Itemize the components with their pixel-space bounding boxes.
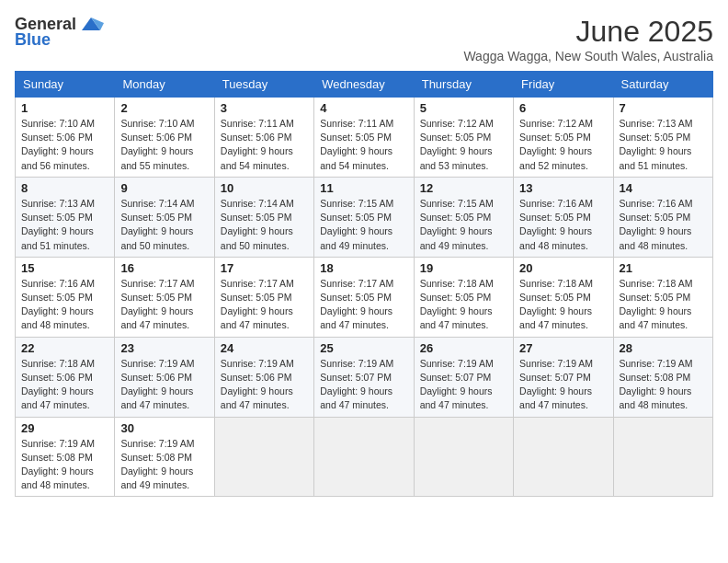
day-number: 17 (221, 261, 308, 275)
day-number: 5 (420, 101, 507, 115)
day-number: 1 (21, 101, 108, 115)
day-info: Sunrise: 7:17 AMSunset: 5:05 PMDaylight:… (120, 277, 208, 333)
day-number: 26 (420, 341, 507, 355)
day-info: Sunrise: 7:18 AMSunset: 5:05 PMDaylight:… (620, 277, 707, 333)
calendar-cell: 3Sunrise: 7:11 AMSunset: 5:06 PMDaylight… (214, 98, 313, 178)
day-number: 22 (21, 341, 108, 355)
day-info: Sunrise: 7:10 AMSunset: 5:06 PMDaylight:… (120, 117, 208, 173)
calendar-cell: 11Sunrise: 7:15 AMSunset: 5:05 PMDayligh… (314, 177, 414, 257)
day-info: Sunrise: 7:13 AMSunset: 5:05 PMDaylight:… (21, 197, 108, 253)
day-number: 15 (21, 261, 108, 275)
day-number: 23 (120, 341, 208, 355)
col-friday: Friday (514, 72, 613, 98)
day-number: 3 (221, 101, 308, 115)
page-header: General Blue June 2025 Wagga Wagga, New … (15, 15, 713, 63)
day-info: Sunrise: 7:14 AMSunset: 5:05 PMDaylight:… (120, 197, 208, 253)
day-info: Sunrise: 7:11 AMSunset: 5:05 PMDaylight:… (320, 117, 407, 173)
calendar-cell: 17Sunrise: 7:17 AMSunset: 5:05 PMDayligh… (214, 257, 313, 337)
calendar-cell: 9Sunrise: 7:14 AMSunset: 5:05 PMDaylight… (115, 177, 214, 257)
day-number: 9 (120, 181, 208, 195)
calendar-cell (414, 417, 513, 497)
calendar-cell: 15Sunrise: 7:16 AMSunset: 5:05 PMDayligh… (16, 257, 115, 337)
day-number: 29 (21, 421, 108, 435)
day-info: Sunrise: 7:18 AMSunset: 5:06 PMDaylight:… (21, 357, 108, 413)
day-info: Sunrise: 7:19 AMSunset: 5:07 PMDaylight:… (420, 357, 507, 413)
day-number: 14 (620, 181, 707, 195)
calendar-week-row: 29Sunrise: 7:19 AMSunset: 5:08 PMDayligh… (16, 417, 713, 497)
day-info: Sunrise: 7:13 AMSunset: 5:05 PMDaylight:… (620, 117, 707, 173)
col-saturday: Saturday (613, 72, 712, 98)
calendar-cell: 16Sunrise: 7:17 AMSunset: 5:05 PMDayligh… (115, 257, 214, 337)
day-number: 25 (320, 341, 407, 355)
day-info: Sunrise: 7:16 AMSunset: 5:05 PMDaylight:… (620, 197, 707, 253)
day-info: Sunrise: 7:16 AMSunset: 5:05 PMDaylight:… (519, 197, 607, 253)
day-info: Sunrise: 7:15 AMSunset: 5:05 PMDaylight:… (320, 197, 407, 253)
day-info: Sunrise: 7:19 AMSunset: 5:08 PMDaylight:… (21, 437, 108, 493)
calendar-cell: 20Sunrise: 7:18 AMSunset: 5:05 PMDayligh… (514, 257, 613, 337)
col-monday: Monday (115, 72, 214, 98)
calendar-cell: 18Sunrise: 7:17 AMSunset: 5:05 PMDayligh… (314, 257, 414, 337)
logo: General Blue (15, 15, 104, 50)
col-tuesday: Tuesday (214, 72, 313, 98)
day-info: Sunrise: 7:19 AMSunset: 5:08 PMDaylight:… (620, 357, 707, 413)
calendar-cell: 28Sunrise: 7:19 AMSunset: 5:08 PMDayligh… (613, 337, 712, 417)
day-number: 27 (519, 341, 607, 355)
calendar-cell: 30Sunrise: 7:19 AMSunset: 5:08 PMDayligh… (115, 417, 214, 497)
calendar-cell: 29Sunrise: 7:19 AMSunset: 5:08 PMDayligh… (16, 417, 115, 497)
day-number: 21 (620, 261, 707, 275)
calendar-week-row: 22Sunrise: 7:18 AMSunset: 5:06 PMDayligh… (16, 337, 713, 417)
calendar-cell: 7Sunrise: 7:13 AMSunset: 5:05 PMDaylight… (613, 98, 712, 178)
calendar-header-row: Sunday Monday Tuesday Wednesday Thursday… (16, 72, 713, 98)
day-info: Sunrise: 7:19 AMSunset: 5:07 PMDaylight:… (519, 357, 607, 413)
day-info: Sunrise: 7:19 AMSunset: 5:08 PMDaylight:… (120, 437, 208, 493)
calendar-cell: 4Sunrise: 7:11 AMSunset: 5:05 PMDaylight… (314, 98, 414, 178)
day-number: 4 (320, 101, 407, 115)
day-number: 20 (519, 261, 607, 275)
day-info: Sunrise: 7:18 AMSunset: 5:05 PMDaylight:… (420, 277, 507, 333)
calendar-cell (214, 417, 313, 497)
calendar-cell (613, 417, 712, 497)
calendar-cell: 21Sunrise: 7:18 AMSunset: 5:05 PMDayligh… (613, 257, 712, 337)
calendar-cell: 23Sunrise: 7:19 AMSunset: 5:06 PMDayligh… (115, 337, 214, 417)
day-number: 30 (120, 421, 208, 435)
calendar-week-row: 1Sunrise: 7:10 AMSunset: 5:06 PMDaylight… (16, 98, 713, 178)
calendar-cell: 1Sunrise: 7:10 AMSunset: 5:06 PMDaylight… (16, 98, 115, 178)
day-number: 19 (420, 261, 507, 275)
calendar-cell: 14Sunrise: 7:16 AMSunset: 5:05 PMDayligh… (613, 177, 712, 257)
calendar-table: Sunday Monday Tuesday Wednesday Thursday… (15, 71, 713, 497)
day-number: 10 (221, 181, 308, 195)
month-year: June 2025 (463, 15, 713, 49)
calendar-cell: 13Sunrise: 7:16 AMSunset: 5:05 PMDayligh… (514, 177, 613, 257)
day-number: 18 (320, 261, 407, 275)
col-thursday: Thursday (414, 72, 513, 98)
calendar-cell: 27Sunrise: 7:19 AMSunset: 5:07 PMDayligh… (514, 337, 613, 417)
day-number: 7 (620, 101, 707, 115)
calendar-cell: 12Sunrise: 7:15 AMSunset: 5:05 PMDayligh… (414, 177, 513, 257)
calendar-cell: 6Sunrise: 7:12 AMSunset: 5:05 PMDaylight… (514, 98, 613, 178)
calendar-cell: 8Sunrise: 7:13 AMSunset: 5:05 PMDaylight… (16, 177, 115, 257)
logo-icon (78, 14, 104, 34)
calendar-cell: 10Sunrise: 7:14 AMSunset: 5:05 PMDayligh… (214, 177, 313, 257)
day-number: 6 (519, 101, 607, 115)
day-number: 2 (120, 101, 208, 115)
day-number: 28 (620, 341, 707, 355)
calendar-cell: 24Sunrise: 7:19 AMSunset: 5:06 PMDayligh… (214, 337, 313, 417)
calendar-cell: 19Sunrise: 7:18 AMSunset: 5:05 PMDayligh… (414, 257, 513, 337)
logo-blue: Blue (15, 30, 51, 50)
calendar-week-row: 15Sunrise: 7:16 AMSunset: 5:05 PMDayligh… (16, 257, 713, 337)
day-info: Sunrise: 7:10 AMSunset: 5:06 PMDaylight:… (21, 117, 108, 173)
title-block: June 2025 Wagga Wagga, New South Wales, … (463, 15, 713, 63)
day-info: Sunrise: 7:14 AMSunset: 5:05 PMDaylight:… (221, 197, 308, 253)
location: Wagga Wagga, New South Wales, Australia (463, 49, 713, 63)
day-info: Sunrise: 7:11 AMSunset: 5:06 PMDaylight:… (221, 117, 308, 173)
day-info: Sunrise: 7:18 AMSunset: 5:05 PMDaylight:… (519, 277, 607, 333)
day-info: Sunrise: 7:17 AMSunset: 5:05 PMDaylight:… (320, 277, 407, 333)
day-info: Sunrise: 7:12 AMSunset: 5:05 PMDaylight:… (420, 117, 507, 173)
day-number: 12 (420, 181, 507, 195)
day-info: Sunrise: 7:17 AMSunset: 5:05 PMDaylight:… (221, 277, 308, 333)
calendar-cell (314, 417, 414, 497)
day-number: 24 (221, 341, 308, 355)
col-wednesday: Wednesday (314, 72, 414, 98)
col-sunday: Sunday (16, 72, 115, 98)
calendar-cell: 25Sunrise: 7:19 AMSunset: 5:07 PMDayligh… (314, 337, 414, 417)
